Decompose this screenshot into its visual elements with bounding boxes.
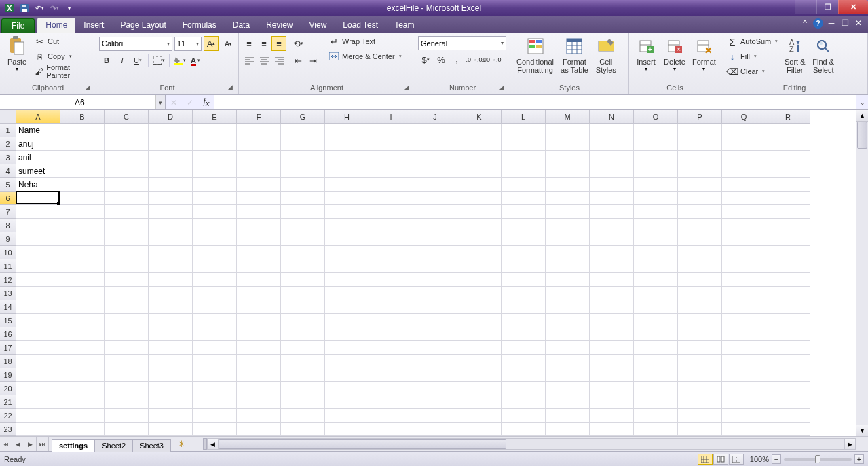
- name-box-dropdown-icon[interactable]: ▾: [155, 95, 165, 109]
- select-all-button[interactable]: [0, 110, 16, 124]
- expand-formula-bar-icon[interactable]: ⌄: [856, 95, 868, 109]
- cell[interactable]: [149, 368, 193, 382]
- cell[interactable]: [634, 300, 678, 314]
- cell[interactable]: [678, 164, 722, 178]
- cell[interactable]: anuj: [16, 137, 60, 151]
- cell[interactable]: [634, 423, 678, 436]
- cell[interactable]: [16, 382, 60, 395]
- cell[interactable]: [149, 382, 193, 395]
- cell[interactable]: [457, 287, 502, 300]
- cell[interactable]: [237, 327, 281, 341]
- cell[interactable]: [237, 232, 281, 246]
- cell[interactable]: [766, 205, 810, 219]
- cell[interactable]: [369, 205, 413, 219]
- cell[interactable]: [457, 178, 502, 192]
- cell[interactable]: [413, 409, 457, 423]
- cell[interactable]: [766, 287, 810, 300]
- cell[interactable]: [546, 327, 590, 341]
- cell[interactable]: [457, 232, 502, 246]
- normal-view-button[interactable]: [698, 454, 713, 465]
- cell[interactable]: [546, 232, 590, 246]
- insert-function-icon[interactable]: fx: [198, 96, 214, 107]
- cell[interactable]: [105, 246, 149, 259]
- scroll-up-button[interactable]: ▲: [856, 110, 868, 122]
- cell[interactable]: [281, 273, 325, 287]
- cell[interactable]: [678, 232, 722, 246]
- cell[interactable]: [678, 327, 722, 341]
- cell[interactable]: [457, 164, 502, 178]
- cell[interactable]: [766, 314, 810, 327]
- cell[interactable]: [546, 246, 590, 259]
- cell[interactable]: [546, 192, 590, 205]
- cell[interactable]: [634, 314, 678, 327]
- undo-icon[interactable]: ↶▾: [33, 1, 46, 15]
- cell[interactable]: [502, 314, 546, 327]
- save-icon[interactable]: [18, 1, 31, 15]
- cell[interactable]: [590, 341, 634, 355]
- cell[interactable]: [281, 205, 325, 219]
- cell[interactable]: [193, 246, 237, 259]
- borders-icon[interactable]: ▾: [151, 53, 166, 68]
- cell[interactable]: [325, 232, 369, 246]
- cell[interactable]: [502, 164, 546, 178]
- cell[interactable]: [149, 259, 193, 273]
- cell[interactable]: [105, 300, 149, 314]
- cell[interactable]: [149, 124, 193, 137]
- tab-formulas[interactable]: Formulas: [174, 18, 225, 33]
- cell[interactable]: [105, 382, 149, 395]
- cell[interactable]: [590, 314, 634, 327]
- cell[interactable]: [149, 137, 193, 151]
- cell[interactable]: [60, 423, 105, 436]
- cell[interactable]: [325, 300, 369, 314]
- cell[interactable]: [634, 395, 678, 409]
- cell[interactable]: [16, 287, 60, 300]
- cell[interactable]: [149, 246, 193, 259]
- cell[interactable]: anil: [16, 151, 60, 164]
- cell[interactable]: [634, 219, 678, 232]
- cell[interactable]: [325, 205, 369, 219]
- cell[interactable]: [325, 178, 369, 192]
- cell[interactable]: [60, 178, 105, 192]
- cell[interactable]: [502, 246, 546, 259]
- cell[interactable]: [325, 137, 369, 151]
- cell[interactable]: [193, 423, 237, 436]
- cell[interactable]: [502, 273, 546, 287]
- cell[interactable]: [678, 178, 722, 192]
- tab-insert[interactable]: Insert: [75, 18, 112, 33]
- cell[interactable]: [413, 423, 457, 436]
- cell[interactable]: [16, 192, 60, 205]
- page-break-view-button[interactable]: [729, 454, 744, 465]
- cell[interactable]: [413, 287, 457, 300]
- cell[interactable]: [766, 219, 810, 232]
- cell[interactable]: [325, 192, 369, 205]
- column-header[interactable]: R: [766, 110, 810, 124]
- autosum-button[interactable]: ΣAutoSum▾: [724, 34, 780, 49]
- cell[interactable]: [149, 314, 193, 327]
- cell[interactable]: [149, 395, 193, 409]
- cell[interactable]: [546, 341, 590, 355]
- cell[interactable]: [60, 205, 105, 219]
- cell[interactable]: [546, 164, 590, 178]
- cell[interactable]: [457, 300, 502, 314]
- font-size-combo[interactable]: 11▾: [174, 37, 202, 51]
- cell[interactable]: [193, 232, 237, 246]
- cell[interactable]: [325, 151, 369, 164]
- cell[interactable]: [546, 287, 590, 300]
- cell[interactable]: [193, 151, 237, 164]
- cell[interactable]: [281, 137, 325, 151]
- cell[interactable]: [766, 368, 810, 382]
- cell[interactable]: [60, 273, 105, 287]
- format-painter-button[interactable]: 🖌Format Painter: [31, 64, 93, 79]
- cell[interactable]: [502, 192, 546, 205]
- cell[interactable]: [722, 423, 766, 436]
- cell[interactable]: [502, 382, 546, 395]
- cell[interactable]: [457, 219, 502, 232]
- cell[interactable]: [413, 341, 457, 355]
- cell[interactable]: [678, 395, 722, 409]
- cell[interactable]: [16, 219, 60, 232]
- cell[interactable]: [502, 395, 546, 409]
- cell[interactable]: [325, 341, 369, 355]
- cell[interactable]: [678, 287, 722, 300]
- cell[interactable]: Name: [16, 124, 60, 137]
- column-header[interactable]: G: [281, 110, 325, 124]
